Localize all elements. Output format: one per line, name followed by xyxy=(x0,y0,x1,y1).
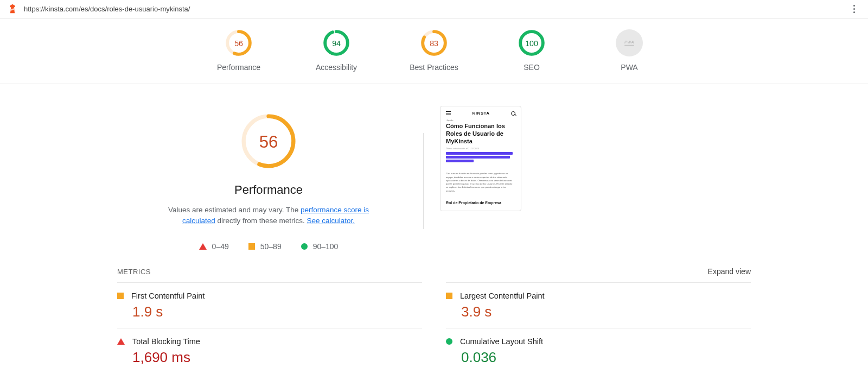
legend-label: 0–49 xyxy=(212,242,229,251)
circle-icon xyxy=(301,243,308,250)
expand-view-toggle[interactable]: Expand view xyxy=(708,267,751,276)
preview-brand: KINSTA xyxy=(472,111,489,116)
gauge-score: 56 xyxy=(234,39,243,48)
metric-name: Cumulative Layout Shift xyxy=(460,337,543,346)
circle-icon xyxy=(446,338,452,345)
metric-total-blocking-time[interactable]: Total Blocking Time1,690 ms xyxy=(117,328,422,373)
hero-desc-text: directly from these metrics. xyxy=(215,217,307,225)
hamburger-icon xyxy=(446,111,451,115)
metric-value: 0.036 xyxy=(461,349,751,366)
page-url: https://kinsta.com/es/docs/roles-de-usua… xyxy=(24,5,190,13)
square-icon xyxy=(248,243,255,250)
vertical-separator xyxy=(423,133,424,229)
metric-name: First Contentful Paint xyxy=(131,292,205,300)
metric-value: 1,690 ms xyxy=(132,349,422,366)
legend-green: 90–100 xyxy=(301,242,339,251)
gauge-score: 56 xyxy=(259,132,278,151)
performance-big-gauge: 56 xyxy=(239,111,298,173)
gauge-label: Performance xyxy=(217,63,260,72)
metric-value: 3.9 s xyxy=(461,303,751,320)
pwa-badge-icon: PWA xyxy=(616,29,643,56)
metric-name: Total Blocking Time xyxy=(132,337,200,346)
hero-title: Performance xyxy=(234,183,303,197)
gauge-pwa[interactable]: PWA PWA xyxy=(599,29,659,72)
square-icon xyxy=(117,293,124,299)
metric-cumulative-layout-shift[interactable]: Cumulative Layout Shift0.036 xyxy=(446,328,751,373)
preview-subheading: Rol de Propietario de Empresa xyxy=(446,200,515,205)
gauge-label: SEO xyxy=(524,63,540,72)
legend-red: 0–49 xyxy=(199,242,229,251)
performance-hero: 56 Performance Values are estimated and … xyxy=(114,106,423,251)
topbar: https://kinsta.com/es/docs/roles-de-usua… xyxy=(0,0,868,18)
gauge-seo[interactable]: 100 SEO xyxy=(502,29,561,72)
preview-highlight xyxy=(446,156,510,159)
metric-name: Largest Contentful Paint xyxy=(460,292,545,300)
triangle-icon xyxy=(199,243,207,250)
report-body: 56 Performance Values are estimated and … xyxy=(114,84,754,373)
metric-value: 1.9 s xyxy=(132,303,422,320)
preview-highlight xyxy=(446,152,513,155)
category-gauges: 56 Performance 94 Accessibility 83 Best … xyxy=(0,18,868,84)
gauge-score: 83 xyxy=(430,39,438,48)
legend-orange: 50–89 xyxy=(248,242,282,251)
gauge-label: PWA xyxy=(621,63,637,72)
page-screenshot-preview: KINSTA ‹ Ayuda Cómo Funcionan los Roles … xyxy=(440,106,521,211)
metrics-section-label: METRICS xyxy=(117,268,151,276)
preview-paragraph: Con nuestra función multiusuario puedes … xyxy=(446,172,515,193)
score-legend: 0–49 50–89 90–100 xyxy=(199,242,339,251)
preview-highlight xyxy=(446,160,474,162)
lighthouse-logo-icon xyxy=(7,3,18,15)
legend-label: 90–100 xyxy=(313,242,339,251)
gauge-label: Best Practices xyxy=(410,63,458,72)
tools-menu-button[interactable] xyxy=(847,3,860,16)
gauge-accessibility[interactable]: 94 Accessibility xyxy=(307,29,366,72)
metric-first-contentful-paint[interactable]: First Contentful Paint1.9 s xyxy=(117,282,422,328)
triangle-icon xyxy=(117,338,125,345)
preview-date: Última actualización el 21.02.2023 xyxy=(446,147,515,150)
gauge-score: 100 xyxy=(525,39,538,48)
metric-largest-contentful-paint[interactable]: Largest Contentful Paint3.9 s xyxy=(446,282,751,328)
gauge-label: Accessibility xyxy=(316,63,357,72)
legend-label: 50–89 xyxy=(260,242,282,251)
metrics-grid: First Contentful Paint1.9 sLargest Conte… xyxy=(114,282,754,373)
hero-description: Values are estimated and may vary. The p… xyxy=(160,205,377,227)
preview-breadcrumb: ‹ Ayuda xyxy=(446,119,515,122)
hero-desc-text: Values are estimated and may vary. The xyxy=(168,206,301,214)
see-calculator-link[interactable]: See calculator. xyxy=(307,217,355,225)
square-icon xyxy=(446,293,452,299)
preview-headline: Cómo Funcionan los Roles de Usuario de M… xyxy=(446,123,515,145)
gauge-score: 94 xyxy=(332,39,341,48)
search-icon xyxy=(511,111,515,116)
gauge-best-practices[interactable]: 83 Best Practices xyxy=(404,29,464,72)
svg-text:PWA: PWA xyxy=(624,40,634,45)
gauge-performance[interactable]: 56 Performance xyxy=(209,29,269,72)
